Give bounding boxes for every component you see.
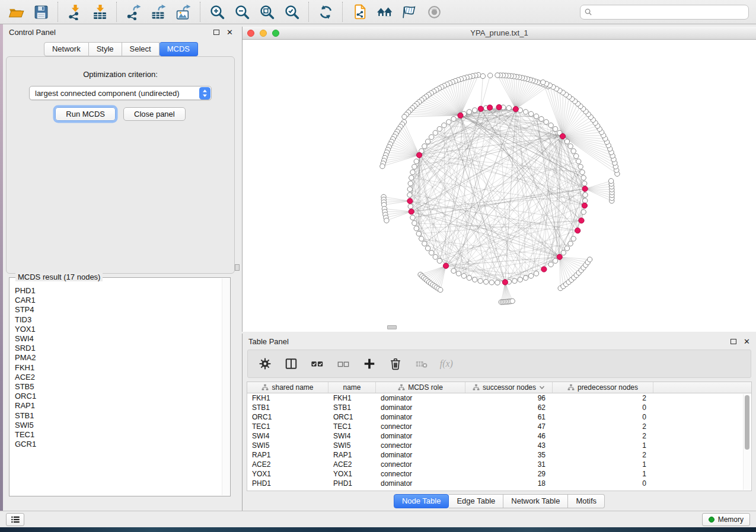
network-node[interactable] <box>422 144 427 149</box>
export-image-icon[interactable] <box>171 1 196 23</box>
table-scrollbar[interactable] <box>743 394 751 490</box>
table-cell[interactable]: 62 <box>465 403 553 412</box>
network-node[interactable] <box>523 275 528 280</box>
mcds-result-item[interactable]: FKH1 <box>15 363 222 373</box>
mcds-hub-node[interactable] <box>582 203 587 208</box>
table-cell[interactable]: connector <box>376 460 465 469</box>
network-node[interactable] <box>467 110 471 114</box>
table-cell[interactable]: 0 <box>553 479 653 488</box>
float-panel-icon[interactable] <box>213 30 219 35</box>
network-node[interactable] <box>380 164 385 168</box>
table-cell[interactable]: PHD1 <box>247 479 328 488</box>
network-node[interactable] <box>409 175 414 180</box>
tab-mcds[interactable]: MCDS <box>160 42 198 56</box>
table-row[interactable]: SWI4SWI4dominator462 <box>247 431 743 441</box>
mcds-result-item[interactable]: TEC1 <box>15 430 222 440</box>
network-node[interactable] <box>512 278 517 283</box>
search-input[interactable] <box>593 6 745 18</box>
table-cell[interactable]: 29 <box>465 469 553 479</box>
table-cell[interactable]: 47 <box>465 422 553 431</box>
table-cell[interactable]: SWI5 <box>247 441 328 450</box>
network-node[interactable] <box>587 257 592 262</box>
table-cell[interactable]: dominator <box>376 412 465 422</box>
table-cell[interactable]: 0 <box>553 412 653 422</box>
network-node[interactable] <box>564 139 569 144</box>
zoom-selected-icon[interactable] <box>279 1 304 23</box>
mcds-result-item[interactable]: ACE2 <box>15 373 222 382</box>
run-mcds-button[interactable]: Run MCDS <box>55 107 116 121</box>
window-minimize-button[interactable] <box>260 30 267 37</box>
mcds-hub-node[interactable] <box>478 106 483 111</box>
mcds-result-item[interactable]: STP4 <box>15 305 222 315</box>
mcds-result-item[interactable]: SWI4 <box>15 334 222 344</box>
network-node[interactable] <box>568 241 573 246</box>
mcds-result-item[interactable]: ORC1 <box>15 392 222 401</box>
float-panel-icon[interactable] <box>731 339 736 344</box>
network-node[interactable] <box>539 117 544 121</box>
network-node[interactable] <box>583 198 588 203</box>
refresh-icon[interactable] <box>313 1 338 23</box>
table-cell[interactable]: FKH1 <box>328 393 376 403</box>
network-node[interactable] <box>580 170 585 175</box>
network-node[interactable] <box>410 215 415 220</box>
network-node[interactable] <box>548 123 553 127</box>
tab-select[interactable]: Select <box>122 42 160 56</box>
mcds-hub-node[interactable] <box>487 105 493 110</box>
window-close-button[interactable] <box>247 30 254 37</box>
table-cell[interactable]: TEC1 <box>247 422 328 431</box>
export-network-icon[interactable] <box>121 1 146 23</box>
memory-button[interactable]: Memory <box>702 513 750 526</box>
network-node[interactable] <box>523 110 528 114</box>
network-node[interactable] <box>461 274 466 278</box>
network-node[interactable] <box>437 258 442 263</box>
optimization-criterion-select[interactable]: largest connected component (undirected) <box>29 86 212 100</box>
mcds-hub-node[interactable] <box>579 218 584 223</box>
table-cell[interactable]: 35 <box>465 450 553 460</box>
tab-network-table[interactable]: Network Table <box>503 494 568 508</box>
mcds-result-item[interactable]: GCR1 <box>15 440 222 449</box>
window-zoom-button[interactable] <box>272 30 279 37</box>
mcds-hub-node[interactable] <box>513 107 518 112</box>
network-node[interactable] <box>414 226 419 230</box>
column-header-name[interactable]: name <box>328 382 376 393</box>
network-node[interactable] <box>578 164 583 169</box>
table-cell[interactable]: STB1 <box>247 403 328 412</box>
network-node[interactable] <box>422 241 427 246</box>
mcds-list-scrollbar[interactable] <box>222 278 229 495</box>
table-cell[interactable]: 2 <box>553 422 653 431</box>
network-node[interactable] <box>528 274 533 278</box>
column-header-mcds-role[interactable]: MCDS role <box>376 382 465 393</box>
table-cell[interactable]: dominator <box>376 393 465 403</box>
mcds-result-item[interactable]: YOX1 <box>15 325 222 334</box>
network-node[interactable] <box>437 127 442 132</box>
table-row[interactable]: TEC1TEC1connector472 <box>247 422 743 431</box>
scrollbar-thumb[interactable] <box>745 395 749 450</box>
network-node[interactable] <box>484 280 489 284</box>
network-node[interactable] <box>407 187 412 191</box>
network-node[interactable] <box>571 236 576 241</box>
delete-column-icon[interactable] <box>387 355 404 373</box>
network-node[interactable] <box>495 280 500 285</box>
table-cell[interactable]: 96 <box>465 393 553 403</box>
network-node[interactable] <box>510 299 515 303</box>
show-columns-icon[interactable] <box>282 355 300 373</box>
table-cell[interactable]: SWI5 <box>328 441 376 450</box>
table-settings-gear-icon[interactable] <box>256 355 274 373</box>
table-cell[interactable]: 1 <box>553 469 653 479</box>
network-node[interactable] <box>568 144 573 149</box>
table-cell[interactable]: dominator <box>376 403 465 412</box>
mcds-hub-node[interactable] <box>575 228 580 233</box>
table-cell[interactable]: RAP1 <box>247 450 328 460</box>
mcds-hub-node[interactable] <box>443 263 448 268</box>
table-cell[interactable]: dominator <box>376 479 465 488</box>
import-table-icon[interactable] <box>87 1 112 23</box>
save-session-icon[interactable] <box>28 1 53 23</box>
tab-motifs[interactable]: Motifs <box>568 494 605 508</box>
network-node[interactable] <box>416 231 421 236</box>
network-node[interactable] <box>534 114 538 118</box>
table-cell[interactable]: PHD1 <box>328 479 376 488</box>
network-node[interactable] <box>553 127 557 132</box>
table-cell[interactable]: connector <box>376 422 465 431</box>
network-node[interactable] <box>518 277 522 282</box>
column-header-successor-nodes[interactable]: successor nodes <box>465 382 553 393</box>
